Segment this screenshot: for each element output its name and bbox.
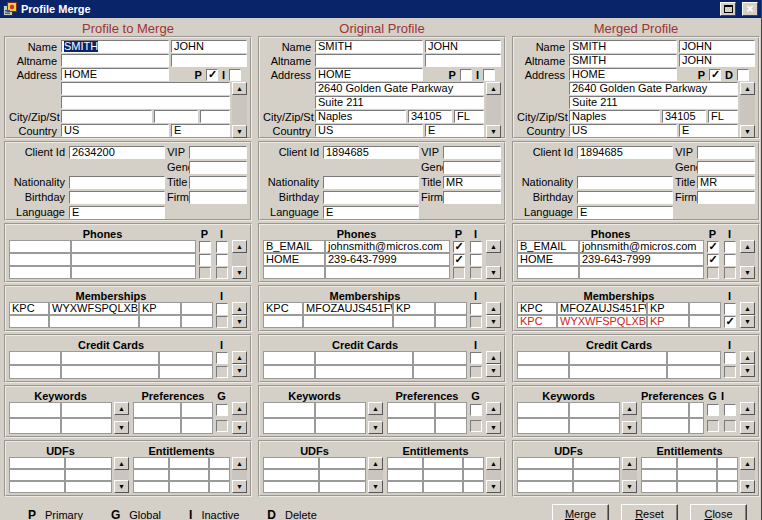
state-field[interactable] <box>200 110 230 123</box>
birthday-field[interactable] <box>323 191 419 204</box>
membership-type-cell[interactable] <box>9 315 49 328</box>
udf-name-cell[interactable] <box>517 469 573 481</box>
membership-level-cell[interactable]: KP <box>139 302 181 315</box>
membership-type-cell[interactable]: KPC <box>263 302 303 315</box>
vip-field[interactable] <box>697 146 755 159</box>
nationality-field[interactable] <box>323 176 419 189</box>
preference-value-cell[interactable] <box>689 418 704 434</box>
country-field[interactable]: US <box>569 124 677 137</box>
phone-inactive-checkbox[interactable] <box>216 267 228 279</box>
keyword-value-cell[interactable] <box>569 402 620 418</box>
preference-value-cell[interactable] <box>435 418 467 434</box>
vip-field[interactable] <box>443 146 501 159</box>
phone-number-cell[interactable]: johnsmith@micros.com <box>325 240 450 253</box>
address-second-flag-checkbox[interactable] <box>483 69 495 81</box>
titlebar[interactable]: Profile Merge × <box>0 0 761 18</box>
credit-card-expiry-cell[interactable] <box>159 365 213 379</box>
address-line1-field[interactable]: 2640 Golden Gate Parkway <box>315 82 484 95</box>
scroll-down-icon[interactable]: ▼ <box>232 125 247 138</box>
credit-card-expiry-cell[interactable] <box>667 351 721 365</box>
udfs-scrollbar[interactable]: ▲ ▼ <box>622 457 637 493</box>
phone-number-cell[interactable]: 239-643-7999 <box>325 253 450 266</box>
membership-number-cell[interactable]: WYXWFSPQLXB <box>557 315 647 328</box>
scroll-up-icon[interactable]: ▲ <box>114 457 129 470</box>
country-field[interactable]: US <box>61 124 169 137</box>
phone-primary-checkbox[interactable] <box>199 254 211 266</box>
phones-scrollbar[interactable]: ▲ ▼ <box>486 240 501 279</box>
scroll-up-icon[interactable]: ▲ <box>740 351 755 364</box>
scrollbar-track[interactable] <box>232 95 247 125</box>
udf-name-cell[interactable] <box>263 457 319 469</box>
entitlement-cell[interactable] <box>463 469 484 481</box>
scroll-down-icon[interactable]: ▼ <box>114 421 129 434</box>
memberships-scrollbar[interactable]: ▲ ▼ <box>486 302 501 328</box>
language-field[interactable]: E <box>577 206 673 219</box>
keyword-type-cell[interactable] <box>9 418 61 434</box>
scroll-up-icon[interactable]: ▲ <box>740 402 755 415</box>
keyword-type-cell[interactable] <box>517 402 569 418</box>
phone-inactive-checkbox[interactable] <box>724 267 736 279</box>
state-field[interactable]: FL <box>454 110 484 123</box>
udf-value-cell[interactable] <box>319 457 366 469</box>
keywords-scrollbar[interactable]: ▲ ▼ <box>114 402 129 434</box>
close-button[interactable]: × <box>742 2 758 16</box>
phone-number-cell[interactable] <box>71 240 196 253</box>
alt-first-name-field[interactable] <box>425 54 501 67</box>
scroll-down-icon[interactable]: ▼ <box>486 364 501 377</box>
membership-number-cell[interactable] <box>49 315 139 328</box>
first-name-field[interactable]: JOHN <box>679 40 755 53</box>
entitlement-cell[interactable] <box>209 469 230 481</box>
preferences-scrollbar[interactable]: ▲ ▼ <box>486 402 501 434</box>
entitlement-cell[interactable] <box>641 457 677 469</box>
entitlement-cell[interactable] <box>387 457 423 469</box>
membership-level-cell[interactable] <box>139 315 181 328</box>
last-name-field[interactable]: SMITH <box>569 40 677 53</box>
udf-value-cell[interactable] <box>65 481 112 493</box>
preference-value-cell[interactable] <box>181 402 213 418</box>
membership-number-cell[interactable]: WYXWFSPQLXB <box>49 302 139 315</box>
alt-first-name-field[interactable] <box>171 54 247 67</box>
entitlement-cell[interactable] <box>133 481 169 493</box>
scroll-down-icon[interactable]: ▼ <box>114 480 129 493</box>
membership-inactive-checkbox[interactable] <box>724 316 736 328</box>
scroll-down-icon[interactable]: ▼ <box>232 421 247 434</box>
credit-card-number-cell[interactable] <box>569 351 667 365</box>
entitlement-cell[interactable] <box>463 457 484 469</box>
preference-type-cell[interactable] <box>387 402 435 418</box>
address-scrollbar[interactable]: ▲ ▼ <box>486 82 501 138</box>
credit-card-type-cell[interactable] <box>263 351 315 365</box>
phone-type-cell[interactable] <box>9 253 71 266</box>
phone-inactive-checkbox[interactable] <box>470 254 482 266</box>
client-id-field[interactable]: 1894685 <box>577 146 673 159</box>
udf-value-cell[interactable] <box>319 481 366 493</box>
keyword-type-cell[interactable] <box>9 402 61 418</box>
scroll-down-icon[interactable]: ▼ <box>740 364 755 377</box>
alt-last-name-field[interactable]: SMITH <box>569 54 677 67</box>
address-second-flag-checkbox[interactable] <box>737 69 749 81</box>
membership-level-cell[interactable]: KP <box>647 315 689 328</box>
udfs-scrollbar[interactable]: ▲ ▼ <box>114 457 129 493</box>
first-name-field[interactable]: JOHN <box>171 40 247 53</box>
entitlement-cell[interactable] <box>641 469 677 481</box>
membership-type-cell[interactable]: KPC <box>9 302 49 315</box>
address-scrollbar[interactable]: ▲ ▼ <box>232 82 247 138</box>
phone-type-cell[interactable]: HOME <box>517 253 579 266</box>
entitlement-cell[interactable] <box>423 457 463 469</box>
scroll-up-icon[interactable]: ▲ <box>740 82 755 95</box>
credit-card-inactive-checkbox[interactable] <box>724 352 736 364</box>
membership-type-cell[interactable] <box>263 315 303 328</box>
membership-inactive-checkbox[interactable] <box>470 316 482 328</box>
scroll-up-icon[interactable]: ▲ <box>740 457 755 470</box>
client-id-field[interactable]: 2634200 <box>69 146 165 159</box>
phone-primary-checkbox[interactable] <box>707 241 719 253</box>
credit-card-expiry-cell[interactable] <box>413 365 467 379</box>
entitlement-cell[interactable] <box>677 481 717 493</box>
preference-value-cell[interactable] <box>689 402 704 418</box>
country-code-field[interactable]: E <box>425 124 484 137</box>
scroll-up-icon[interactable]: ▲ <box>622 402 637 415</box>
scrollbar-track[interactable] <box>622 470 637 480</box>
scroll-up-icon[interactable]: ▲ <box>486 351 501 364</box>
phone-number-cell[interactable] <box>325 266 450 279</box>
scrollbar-track[interactable] <box>232 253 247 266</box>
membership-level-cell[interactable]: KP <box>393 302 435 315</box>
